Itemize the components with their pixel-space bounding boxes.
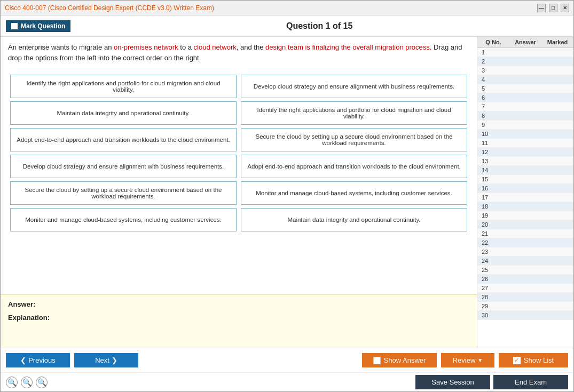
q-marked [550,312,571,318]
table-row[interactable]: 23 [477,247,573,257]
minimize-button[interactable]: — [537,4,546,12]
table-row[interactable]: 24 [477,257,573,266]
table-row[interactable]: 21 [477,229,573,238]
q-answer [501,185,550,191]
left-drag-item[interactable]: Monitor and manage cloud-based systems, … [10,208,237,231]
table-row[interactable]: 15 [477,175,573,184]
table-row[interactable]: 29 [477,302,573,311]
q-answer [501,239,550,246]
mark-question-label: Mark Question [21,22,65,30]
q-marked [550,94,571,101]
q-marked [550,230,571,237]
zoom-in-button[interactable]: 🔍 [6,377,18,388]
zoom-reset-icon: 🔍 [22,378,32,387]
q-marked [550,122,571,128]
left-drag-item[interactable]: Identify the right applications and port… [10,75,237,98]
right-drag-item[interactable]: Monitor and manage cloud-based systems, … [241,181,467,205]
q-number: 16 [479,185,501,191]
table-row[interactable]: 3 [477,66,573,75]
q-number: 18 [479,203,501,210]
table-row[interactable]: 16 [477,184,573,193]
q-answer [501,167,550,173]
table-row[interactable]: 25 [477,266,573,275]
left-drag-item[interactable]: Maintain data integrity and operational … [10,101,237,125]
right-drag-item[interactable]: Identify the right applications and port… [241,101,467,125]
q-marked [550,176,571,182]
table-row[interactable]: 20 [477,220,573,229]
q-number: 5 [479,85,501,92]
zoom-reset-button[interactable]: 🔍 [21,377,33,388]
table-row[interactable]: 12 [477,148,573,157]
q-number: 7 [479,103,501,110]
q-marked [550,185,571,191]
q-number: 17 [479,194,501,201]
zoom-in-icon: 🔍 [7,378,17,387]
end-exam-button[interactable]: End Exam [493,375,568,389]
right-drag-item[interactable]: Develop cloud strategy and ensure alignm… [241,75,467,98]
table-row[interactable]: 14 [477,166,573,175]
previous-button[interactable]: Previous [6,353,70,367]
right-drag-item[interactable]: Maintain data integrity and operational … [241,208,467,231]
q-answer [501,285,550,291]
left-drag-item[interactable]: Develop cloud strategy and ensure alignm… [10,155,237,178]
window-controls: — □ ✕ [537,4,569,12]
table-row[interactable]: 6 [477,93,573,102]
col-qno-header: Q No. [477,37,509,47]
review-button[interactable]: Review ▼ [441,353,494,367]
q-number: 25 [479,267,501,273]
q-number: 24 [479,258,501,264]
title-prefix: Cisco 400-007 (Cisco Certified Design Ex… [5,4,174,12]
right-column: Develop cloud strategy and ensure alignm… [239,73,469,290]
q-marked [550,167,571,173]
table-row[interactable]: 1 [477,48,573,57]
q-answer [501,221,550,228]
left-drag-item[interactable]: Secure the cloud by setting up a secure … [10,181,237,205]
right-drag-item[interactable]: Secure the cloud by setting up a secure … [241,128,467,151]
show-list-button[interactable]: ✓ Show List [499,353,568,367]
question-title: Question 1 of 15 [70,21,568,31]
q-answer [501,158,550,164]
q-marked [550,294,571,300]
review-dropdown-icon: ▼ [477,357,483,363]
answer-label: Answer: [8,300,469,308]
q-answer [501,249,550,255]
previous-label: Previous [28,356,56,364]
table-row[interactable]: 27 [477,284,573,293]
save-session-button[interactable]: Save Session [415,375,490,389]
q-number: 13 [479,158,501,164]
table-row[interactable]: 18 [477,202,573,211]
answer-section: Answer: Explanation: [1,294,477,348]
zoom-out-button[interactable]: 🔍 [36,377,48,388]
table-row[interactable]: 19 [477,211,573,220]
table-row[interactable]: 26 [477,275,573,284]
mark-question-button[interactable]: Mark Question [6,20,70,32]
q-marked [550,194,571,201]
next-button[interactable]: Next [74,353,138,367]
right-drag-item[interactable]: Adopt end-to-end approach and transition… [241,155,467,178]
main-content: An enterprise wants to migrate an on-pre… [1,37,573,348]
table-row[interactable]: 28 [477,293,573,302]
table-row[interactable]: 9 [477,121,573,130]
table-row[interactable]: 4 [477,75,573,84]
table-row[interactable]: 11 [477,139,573,148]
maximize-button[interactable]: □ [549,4,557,12]
q-answer [501,149,550,155]
table-row[interactable]: 5 [477,84,573,93]
q-marked [550,203,571,210]
table-row[interactable]: 8 [477,111,573,121]
q-number: 14 [479,167,501,173]
table-row[interactable]: 2 [477,57,573,66]
left-column: Identify the right applications and port… [8,73,239,290]
table-row[interactable]: 13 [477,157,573,166]
table-row[interactable]: 30 [477,311,573,320]
show-answer-button[interactable]: Show Answer [362,353,437,367]
q-answer [501,203,550,210]
close-button[interactable]: ✕ [561,4,569,12]
table-row[interactable]: 17 [477,193,573,202]
table-row[interactable]: 7 [477,102,573,111]
table-row[interactable]: 22 [477,238,573,247]
q-marked [550,285,571,291]
table-row[interactable]: 10 [477,130,573,139]
q-number: 22 [479,239,501,246]
left-drag-item[interactable]: Adopt end-to-end approach and transition… [10,128,237,151]
